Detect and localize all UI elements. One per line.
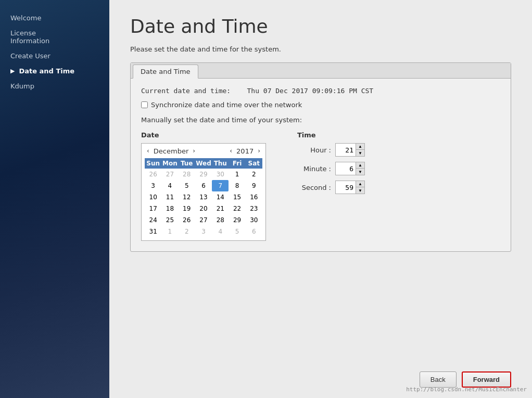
calendar-day[interactable]: 4 (161, 180, 178, 191)
page-title: Date and Time (130, 16, 511, 37)
hour-increment-button[interactable]: ▲ (356, 144, 364, 150)
calendar-section: Date ‹ December › ‹ 2017 › (141, 131, 266, 241)
calendar-day[interactable]: 13 (195, 191, 212, 203)
second-input-wrapper: ▲ ▼ (335, 181, 365, 194)
calendar: ‹ December › ‹ 2017 › (141, 143, 266, 241)
hour-input[interactable] (336, 144, 356, 156)
calendar-day[interactable]: 20 (195, 203, 212, 214)
back-button[interactable]: Back (420, 371, 457, 388)
calendar-day[interactable]: 26 (179, 214, 195, 226)
calendar-day[interactable]: 3 (195, 226, 212, 237)
date-section-header: Date (141, 131, 266, 139)
calendar-day[interactable]: 18 (161, 203, 178, 214)
next-year-button[interactable]: › (256, 147, 262, 155)
hour-input-wrapper: ▲ ▼ (335, 143, 365, 157)
hour-label: Hour : (297, 146, 331, 154)
sidebar-active-arrow-icon: ▶ (10, 68, 15, 74)
time-section-header: Time (297, 131, 365, 139)
day-header-tue: Tue (179, 158, 195, 169)
calendar-day[interactable]: 24 (145, 214, 161, 226)
sidebar-item-kdump[interactable]: Kdump (0, 79, 109, 94)
second-decrement-button[interactable]: ▼ (356, 187, 364, 194)
sidebar-item-welcome-label: Welcome (10, 14, 41, 22)
sidebar-item-welcome[interactable]: Welcome (0, 10, 109, 25)
hour-decrement-button[interactable]: ▼ (356, 150, 364, 156)
sidebar: Welcome LicenseInformation Create User ▶… (0, 0, 109, 398)
tab-date-and-time[interactable]: Date and Time (133, 65, 198, 79)
calendar-day[interactable]: 19 (179, 203, 195, 214)
sync-label[interactable]: Synchronize date and time over the netwo… (151, 101, 302, 109)
calendar-day[interactable]: 1 (229, 169, 245, 180)
calendar-day[interactable]: 14 (212, 191, 229, 203)
calendar-day[interactable]: 2 (179, 226, 195, 237)
sidebar-item-date-and-time-label: Date and Time (19, 67, 74, 75)
calendar-day[interactable]: 29 (195, 169, 212, 180)
calendar-day[interactable]: 23 (246, 203, 262, 214)
sidebar-item-create-user[interactable]: Create User (0, 48, 109, 63)
calendar-day[interactable]: 27 (195, 214, 212, 226)
calendar-day[interactable]: 1 (161, 226, 178, 237)
calendar-day[interactable]: 5 (229, 226, 245, 237)
minute-increment-button[interactable]: ▲ (356, 162, 364, 169)
sidebar-item-license-information[interactable]: LicenseInformation (0, 25, 109, 48)
page-subtitle: Please set the date and time for the sys… (130, 45, 511, 53)
calendar-year: 2017 (236, 147, 254, 155)
calendar-day[interactable]: 21 (212, 203, 229, 214)
calendar-day[interactable]: 28 (212, 214, 229, 226)
calendar-day[interactable]: 8 (229, 180, 245, 191)
minute-spin-buttons: ▲ ▼ (356, 162, 364, 175)
calendar-day[interactable]: 26 (145, 169, 161, 180)
calendar-day[interactable]: 11 (161, 191, 178, 203)
day-header-thu: Thu (212, 158, 229, 169)
calendar-month-nav: ‹ December › (145, 147, 197, 155)
hour-row: Hour : ▲ ▼ (297, 143, 365, 157)
calendar-day[interactable]: 4 (212, 226, 229, 237)
calendar-day[interactable]: 16 (246, 191, 262, 203)
forward-button[interactable]: Forward (462, 371, 511, 388)
second-input[interactable] (336, 181, 356, 194)
calendar-day[interactable]: 10 (145, 191, 161, 203)
tab-container: Date and Time Current date and time: Thu… (130, 62, 511, 252)
calendar-day[interactable]: 31 (145, 226, 161, 237)
next-month-button[interactable]: › (191, 147, 197, 155)
calendar-header-row: Sun Mon Tue Wed Thu Fri Sat (145, 158, 262, 169)
prev-year-button[interactable]: ‹ (227, 147, 234, 155)
sync-checkbox[interactable] (141, 101, 148, 108)
calendar-day[interactable]: 5 (179, 180, 195, 191)
day-header-wed: Wed (195, 158, 212, 169)
calendar-day[interactable]: 15 (229, 191, 245, 203)
calendar-day[interactable]: 27 (161, 169, 178, 180)
sync-row: Synchronize date and time over the netwo… (141, 101, 500, 109)
calendar-day[interactable]: 2 (246, 169, 262, 180)
calendar-week-2: 10111213141516 (145, 191, 262, 203)
calendar-day[interactable]: 28 (179, 169, 195, 180)
second-increment-button[interactable]: ▲ (356, 181, 364, 187)
calendar-day[interactable]: 3 (145, 180, 161, 191)
tab-content: Current date and time: Thu 07 Dec 2017 0… (131, 79, 511, 251)
watermark: http://blog.csdn.net/MusicEnchanter (406, 386, 527, 393)
calendar-day[interactable]: 22 (229, 203, 245, 214)
calendar-week-0: 262728293012 (145, 169, 262, 180)
calendar-day[interactable]: 25 (161, 214, 178, 226)
sidebar-item-create-user-label: Create User (10, 52, 50, 60)
main-content: Date and Time Please set the date and ti… (109, 0, 532, 398)
calendar-day[interactable]: 7 (212, 180, 229, 191)
calendar-day[interactable]: 6 (246, 226, 262, 237)
minute-input[interactable] (336, 162, 356, 175)
prev-month-button[interactable]: ‹ (145, 147, 151, 155)
calendar-day[interactable]: 29 (229, 214, 245, 226)
calendar-day[interactable]: 12 (179, 191, 195, 203)
calendar-day[interactable]: 30 (212, 169, 229, 180)
second-label: Second : (297, 184, 331, 191)
calendar-grid: Sun Mon Tue Wed Thu Fri Sat 262 (145, 158, 262, 237)
day-header-fri: Fri (229, 158, 245, 169)
calendar-day[interactable]: 6 (195, 180, 212, 191)
minute-row: Minute : ▲ ▼ (297, 162, 365, 175)
sidebar-item-date-and-time[interactable]: ▶ Date and Time (0, 63, 109, 79)
calendar-body: 2627282930123456789101112131415161718192… (145, 169, 262, 237)
calendar-day[interactable]: 9 (246, 180, 262, 191)
calendar-day[interactable]: 17 (145, 203, 161, 214)
current-datetime-row: Current date and time: Thu 07 Dec 2017 0… (141, 87, 500, 95)
calendar-day[interactable]: 30 (246, 214, 262, 226)
minute-decrement-button[interactable]: ▼ (356, 169, 364, 175)
